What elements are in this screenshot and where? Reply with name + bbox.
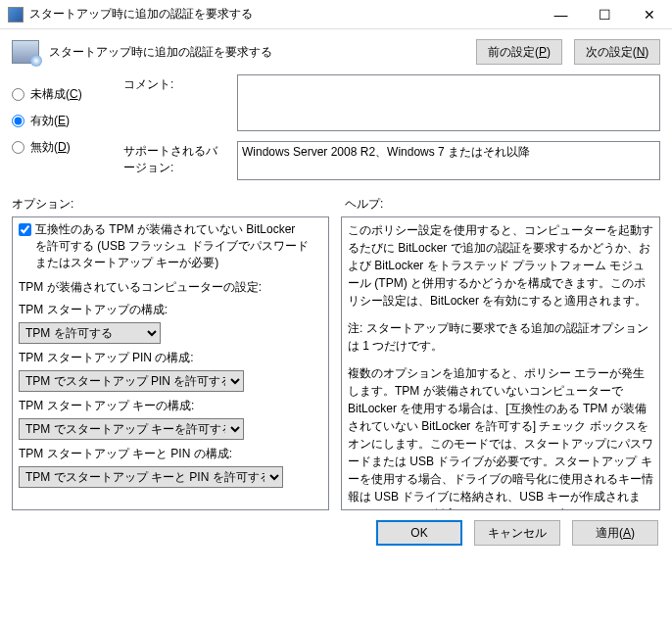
help-p1: このポリシー設定を使用すると、コンピューターを起動するたびに BitLocker… bbox=[348, 221, 653, 310]
tpm-pin-label: TPM スタートアップ PIN の構成: bbox=[19, 350, 328, 366]
allow-no-tpm-checkbox[interactable] bbox=[19, 223, 31, 236]
cancel-button[interactable]: キャンセル bbox=[474, 520, 560, 546]
radio-enabled[interactable]: 有効(E) bbox=[12, 113, 116, 129]
titlebar: スタートアップ時に追加の認証を要求する ― ☐ ✕ bbox=[0, 0, 672, 29]
tpm-config-label: TPM が装備されているコンピューターの設定: bbox=[19, 279, 328, 296]
tpm-key-select[interactable]: TPM でスタートアップ キーを許可する bbox=[19, 418, 244, 440]
help-p2: 注: スタートアップ時に要求できる追加の認証オプションは 1 つだけです。 bbox=[348, 319, 653, 355]
window-title: スタートアップ時に追加の認証を要求する bbox=[29, 6, 539, 23]
header: スタートアップ時に追加の認証を要求する 前の設定(P) 次の設定(N) bbox=[0, 29, 672, 71]
ok-button[interactable]: OK bbox=[376, 520, 462, 546]
tpm-keypin-label: TPM スタートアップ キーと PIN の構成: bbox=[19, 446, 328, 462]
tpm-keypin-select[interactable]: TPM でスタートアップ キーと PIN を許可する bbox=[19, 466, 283, 488]
comment-label: コメント: bbox=[123, 74, 227, 131]
previous-setting-button[interactable]: 前の設定(P) bbox=[476, 39, 562, 65]
supported-label: サポートされるバージョン: bbox=[123, 141, 227, 180]
minimize-button[interactable]: ― bbox=[539, 0, 583, 28]
radio-disabled[interactable]: 無効(D) bbox=[12, 139, 116, 156]
options-panel: 互換性のある TPM が装備されていない BitLocker を許可する (US… bbox=[12, 216, 329, 510]
tpm-startup-label: TPM スタートアップの構成: bbox=[19, 302, 328, 318]
help-section-label: ヘルプ: bbox=[345, 196, 383, 213]
next-setting-button[interactable]: 次の設定(N) bbox=[574, 39, 660, 65]
app-icon bbox=[8, 7, 24, 23]
maximize-button[interactable]: ☐ bbox=[583, 0, 627, 28]
comment-textarea[interactable] bbox=[237, 74, 660, 131]
header-title: スタートアップ時に追加の認証を要求する bbox=[49, 44, 466, 61]
allow-no-tpm-label: 互換性のある TPM が装備されていない BitLocker を許可する (US… bbox=[35, 221, 310, 271]
close-button[interactable]: ✕ bbox=[627, 0, 672, 28]
supported-value: Windows Server 2008 R2、Windows 7 またはそれ以降 bbox=[237, 141, 660, 180]
tpm-key-label: TPM スタートアップ キーの構成: bbox=[19, 398, 328, 414]
tpm-pin-select[interactable]: TPM でスタートアップ PIN を許可する bbox=[19, 370, 244, 392]
options-section-label: オプション: bbox=[12, 196, 325, 213]
radio-not-configured[interactable]: 未構成(C) bbox=[12, 86, 116, 103]
apply-button[interactable]: 適用(A) bbox=[572, 520, 658, 546]
help-p3: 複数のオプションを追加すると、ポリシー エラーが発生します。TPM が装備されて… bbox=[348, 364, 653, 509]
policy-icon bbox=[12, 40, 39, 64]
tpm-startup-select[interactable]: TPM を許可する bbox=[19, 322, 161, 344]
help-panel: このポリシー設定を使用すると、コンピューターを起動するたびに BitLocker… bbox=[341, 216, 660, 510]
